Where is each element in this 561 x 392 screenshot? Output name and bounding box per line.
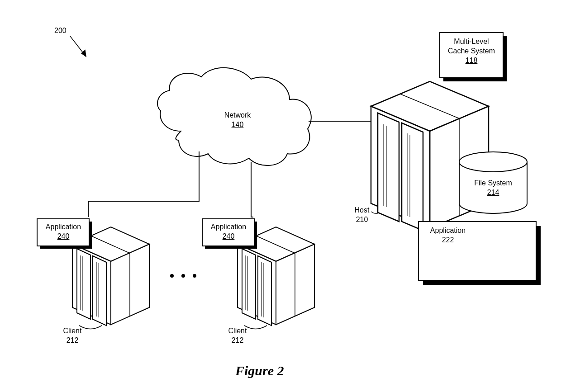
- filesystem-label: File System 214: [471, 179, 516, 198]
- client2-app-label: Application 240: [204, 222, 253, 241]
- network-label: Network 140: [215, 111, 260, 130]
- client1-label: Client 212: [57, 326, 88, 345]
- host-app-label: Application 222: [421, 226, 475, 245]
- svg-point-25: [193, 274, 196, 278]
- svg-point-24: [181, 274, 185, 278]
- client1-app-label: Application 240: [38, 222, 88, 241]
- svg-point-23: [170, 274, 174, 278]
- cache-label: Multi-Level Cache System 118: [442, 37, 500, 65]
- host-label: Host 210: [348, 206, 376, 225]
- client2-label: Client 212: [222, 326, 253, 345]
- figure-title: Figure 2: [235, 362, 284, 379]
- figure-number-arrow: [70, 36, 86, 57]
- figure-number: 200: [54, 26, 67, 36]
- svg-point-12: [459, 152, 527, 172]
- ellipsis: [170, 274, 196, 278]
